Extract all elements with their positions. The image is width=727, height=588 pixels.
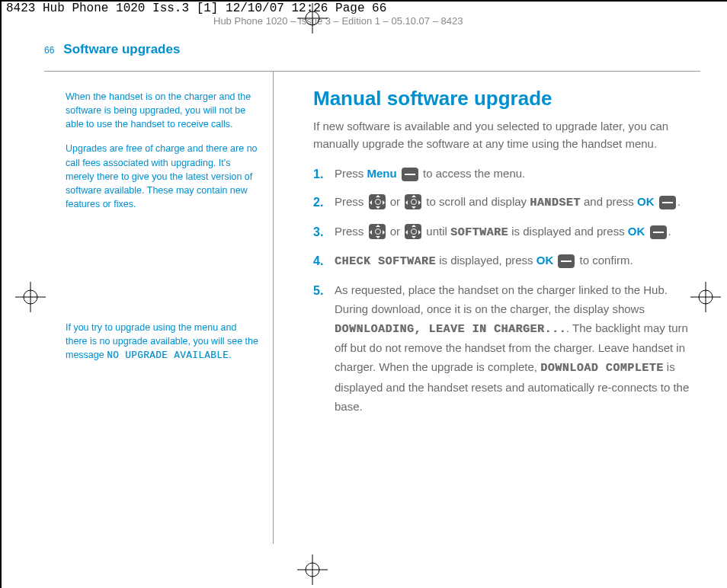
- sidebar-notes: When the handset is on the charger and t…: [44, 72, 275, 425]
- lcd-text: SOFTWARE: [450, 226, 508, 239]
- steps-list: Press Menu to access the menu. Press or …: [313, 165, 698, 416]
- registration-mark-bottom-icon: [297, 554, 328, 585]
- page-number: 66: [44, 45, 54, 56]
- nav-key-icon: [369, 194, 386, 209]
- sidebar-note-3: If you try to upgrade using the menu and…: [66, 321, 260, 363]
- lcd-text: DOWNLOADING, LEAVE IN CHARGER...: [335, 323, 566, 336]
- lcd-text: DOWNLOAD COMPLETE: [540, 362, 664, 375]
- ok-keyword: OK: [628, 225, 645, 238]
- menu-keyword: Menu: [367, 167, 397, 180]
- ok-keyword: OK: [637, 195, 655, 208]
- ok-keyword: OK: [536, 254, 554, 267]
- header-line-2: Hub Phone 1020 – Issue 3 – Edition 1 – 0…: [213, 15, 463, 27]
- nav-key-icon: [369, 224, 386, 239]
- lcd-text: NO UPGRADE AVAILABLE: [107, 350, 229, 361]
- step-4: CHECK SOFTWARE is displayed, press OK to…: [313, 251, 698, 272]
- sidebar-note-1: When the handset is on the charger and t…: [66, 90, 260, 131]
- running-head: 66 Software upgrades: [44, 42, 700, 57]
- intro-paragraph: If new software is available and you sel…: [313, 118, 698, 152]
- step-1: Press Menu to access the menu.: [313, 165, 698, 184]
- registration-mark-left-icon: [15, 282, 46, 312]
- softkey-icon: [659, 196, 676, 209]
- step-5: As requested, place the handset on the c…: [313, 281, 698, 416]
- step-3: Press or until SOFTWARE is displayed and…: [313, 222, 698, 243]
- lcd-text: HANDSET: [530, 197, 581, 209]
- lcd-text: CHECK SOFTWARE: [335, 255, 436, 268]
- step-2: Press or to scroll and display HANDSET a…: [313, 193, 698, 213]
- softkey-icon: [650, 225, 667, 239]
- page-content: 66 Software upgrades When the handset is…: [44, 42, 700, 546]
- nav-key-icon: [405, 194, 421, 209]
- nav-key-icon: [405, 224, 421, 239]
- softkey-icon: [402, 168, 418, 181]
- header-line-1: 8423 Hub Phone 1020 Iss.3 [1] 12/10/07 1…: [6, 2, 386, 15]
- section-title: Software upgrades: [63, 42, 180, 57]
- main-heading: Manual software upgrade: [313, 87, 698, 110]
- sidebar-note-2: Upgrades are free of charge and there ar…: [66, 142, 260, 211]
- softkey-icon: [558, 254, 575, 268]
- registration-mark-top-icon: [297, 3, 328, 34]
- column-separator: [273, 72, 274, 544]
- main-column: Manual software upgrade If new software …: [275, 72, 698, 425]
